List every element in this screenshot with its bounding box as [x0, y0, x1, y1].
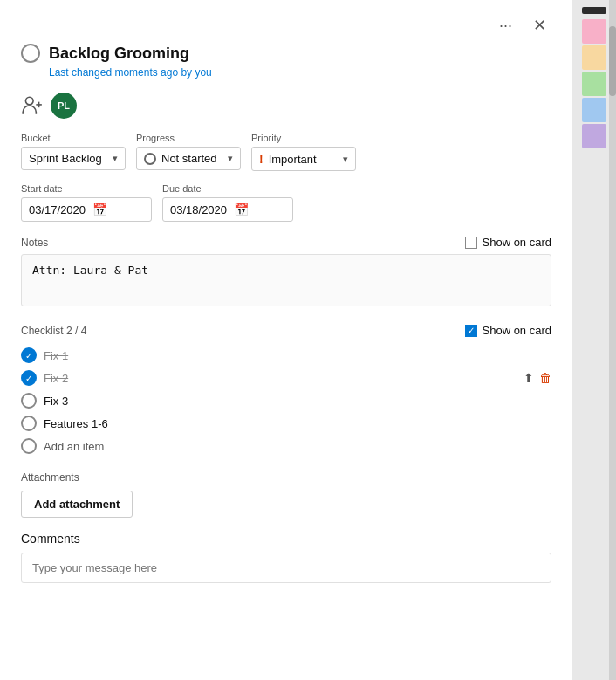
dark-swatch	[582, 7, 606, 14]
pink-swatch[interactable]	[582, 19, 606, 44]
bucket-field: Bucket Sprint Backlog ▾	[21, 133, 126, 171]
attachments-section: Attachments Add attachment	[21, 471, 551, 518]
checklist-item-text: Features 1-6	[44, 417, 108, 430]
top-bar: ··· ✕	[21, 14, 551, 37]
comments-label: Comments	[21, 532, 551, 546]
completion-circle[interactable]	[21, 44, 40, 63]
close-button[interactable]: ✕	[528, 14, 551, 37]
start-date-calendar-icon[interactable]: 📅	[92, 203, 107, 216]
purple-swatch[interactable]	[582, 124, 606, 148]
checklist-item[interactable]: ✓Fix 1	[21, 344, 551, 367]
assignees-row: PL	[21, 93, 551, 119]
notes-header: Notes Show on card	[21, 236, 551, 249]
checklist-item[interactable]: Fix 3	[21, 389, 551, 412]
yellow-swatch[interactable]	[582, 45, 606, 70]
comment-input[interactable]	[21, 553, 551, 583]
checklist-item[interactable]: ✓Fix 2⬆🗑	[21, 367, 551, 389]
priority-field: Priority ! Important ▾	[251, 133, 356, 171]
right-panel	[572, 0, 616, 680]
check-done-icon[interactable]: ✓	[21, 370, 37, 386]
priority-exclamation-icon: !	[259, 152, 264, 166]
priority-chevron: ▾	[343, 154, 348, 165]
checklist-item-text: Fix 2	[44, 372, 68, 385]
title-row: Backlog Grooming	[21, 44, 551, 63]
checklist-show-on-card[interactable]: ✓ Show on card	[465, 324, 552, 337]
progress-value: Not started	[161, 152, 217, 165]
bucket-value: Sprint Backlog	[29, 152, 102, 165]
notes-show-on-card[interactable]: Show on card	[465, 236, 552, 249]
checklist-item-text: Fix 3	[44, 395, 68, 408]
checklist-item-text: Fix 1	[44, 349, 68, 362]
checklist-show-checkbox[interactable]: ✓	[465, 325, 477, 337]
scrollbar-track	[609, 0, 616, 680]
last-changed-text: Last changed moments ago by you	[49, 66, 551, 79]
move-up-icon[interactable]: ⬆	[524, 371, 534, 385]
comments-section: Comments	[21, 532, 551, 583]
start-date-value: 03/17/2020	[29, 203, 86, 216]
check-empty-icon[interactable]	[21, 416, 37, 431]
notes-show-label: Show on card	[483, 236, 552, 249]
progress-select[interactable]: Not started ▾	[136, 147, 241, 170]
task-detail-panel: ··· ✕ Backlog Grooming Last changed mome…	[0, 0, 572, 680]
checklist-header: Checklist 2 / 4 ✓ Show on card	[21, 324, 551, 337]
progress-chevron: ▾	[228, 153, 233, 164]
dates-row: Start date 03/17/2020 📅 Due date 03/18/2…	[21, 183, 551, 222]
start-date-label: Start date	[21, 183, 152, 194]
progress-field: Progress Not started ▾	[136, 133, 241, 171]
check-done-icon[interactable]: ✓	[21, 347, 37, 363]
checklist-label: Checklist 2 / 4	[21, 325, 86, 337]
priority-value: Important	[269, 153, 317, 166]
task-title: Backlog Grooming	[49, 45, 189, 63]
due-date-value: 03/18/2020	[170, 203, 227, 216]
item-actions: ⬆🗑	[524, 371, 551, 385]
more-options-button[interactable]: ···	[494, 15, 517, 37]
due-date-field: Due date 03/18/2020 📅	[162, 183, 293, 222]
due-date-label: Due date	[162, 183, 293, 194]
due-date-calendar-icon[interactable]: 📅	[234, 203, 249, 216]
notes-label: Notes	[21, 237, 48, 249]
checklist-item[interactable]: Features 1-6	[21, 412, 551, 435]
check-empty-icon[interactable]	[21, 393, 37, 409]
due-date-input[interactable]: 03/18/2020 📅	[162, 197, 293, 222]
priority-label: Priority	[251, 133, 356, 143]
bucket-label: Bucket	[21, 133, 126, 143]
notes-show-checkbox[interactable]	[465, 237, 477, 249]
add-item-label: Add an item	[44, 440, 104, 453]
checklist-show-label: Show on card	[483, 324, 552, 337]
checklist-items: ✓Fix 1✓Fix 2⬆🗑Fix 3Features 1-6	[21, 344, 551, 435]
progress-label: Progress	[136, 133, 241, 143]
attachments-label: Attachments	[21, 471, 551, 484]
bucket-chevron: ▾	[113, 153, 118, 164]
add-item-circle	[21, 438, 37, 454]
start-date-input[interactable]: 03/17/2020 📅	[21, 197, 152, 222]
start-date-field: Start date 03/17/2020 📅	[21, 183, 152, 222]
fields-row: Bucket Sprint Backlog ▾ Progress Not sta…	[21, 133, 551, 171]
add-attachment-button[interactable]: Add attachment	[21, 491, 133, 518]
green-swatch[interactable]	[582, 72, 606, 96]
add-assignee-icon[interactable]	[21, 94, 44, 117]
blue-swatch[interactable]	[582, 98, 606, 122]
delete-item-icon[interactable]: 🗑	[539, 371, 551, 385]
add-item-row[interactable]: Add an item	[21, 435, 551, 457]
priority-select[interactable]: ! Important ▾	[251, 147, 356, 171]
assignee-avatar[interactable]: PL	[51, 93, 77, 119]
scrollbar-thumb[interactable]	[609, 26, 616, 96]
bucket-select[interactable]: Sprint Backlog ▾	[21, 147, 126, 170]
svg-point-0	[25, 97, 33, 105]
progress-circle-icon	[144, 153, 156, 165]
notes-textarea[interactable]	[21, 254, 551, 306]
